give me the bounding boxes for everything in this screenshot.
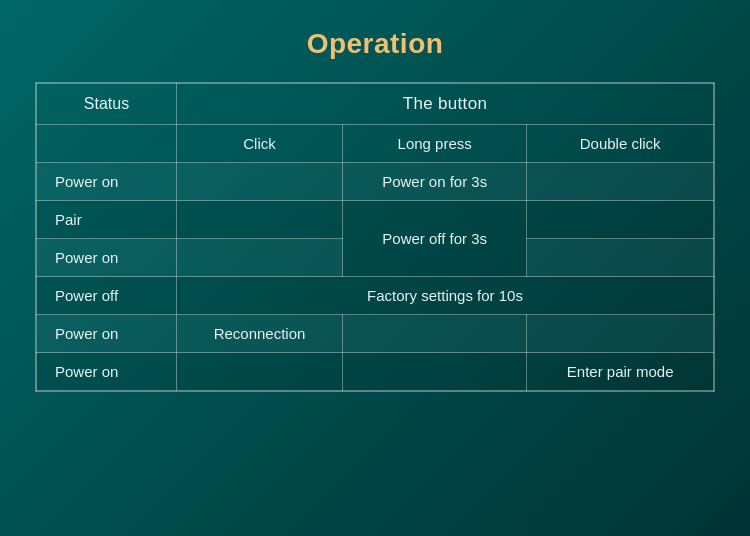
status-cell: Power on [37, 353, 177, 391]
col-long-press: Long press [343, 125, 527, 163]
double-click-cell [527, 315, 714, 353]
table-row: Power on Reconnection [37, 315, 714, 353]
subheader-status-empty [37, 125, 177, 163]
status-cell: Power on [37, 239, 177, 277]
table-row: Power on Power on for 3s [37, 163, 714, 201]
status-cell: Power on [37, 315, 177, 353]
click-cell [177, 201, 343, 239]
table-row: Pair Power off for 3s [37, 201, 714, 239]
long-press-cell [343, 315, 527, 353]
operation-table: Status The button Click Long press Doubl… [35, 82, 715, 392]
col-click: Click [177, 125, 343, 163]
click-cell [177, 239, 343, 277]
col-button: The button [177, 84, 714, 125]
col-double-click: Double click [527, 125, 714, 163]
double-click-cell [527, 163, 714, 201]
click-cell [177, 163, 343, 201]
status-cell: Pair [37, 201, 177, 239]
table-row: Power on Enter pair mode [37, 353, 714, 391]
double-click-cell [527, 201, 714, 239]
table-row: Power off Factory settings for 10s [37, 277, 714, 315]
click-cell: Reconnection [177, 315, 343, 353]
status-cell: Power on [37, 163, 177, 201]
long-press-cell [343, 353, 527, 391]
header-row: Status The button [37, 84, 714, 125]
long-press-cell: Power on for 3s [343, 163, 527, 201]
col-status: Status [37, 84, 177, 125]
factory-settings-cell: Factory settings for 10s [177, 277, 714, 315]
subheader-row: Click Long press Double click [37, 125, 714, 163]
long-press-cell: Power off for 3s [343, 201, 527, 277]
click-cell [177, 353, 343, 391]
double-click-cell [527, 239, 714, 277]
page-title: Operation [307, 28, 444, 60]
double-click-cell: Enter pair mode [527, 353, 714, 391]
status-cell: Power off [37, 277, 177, 315]
